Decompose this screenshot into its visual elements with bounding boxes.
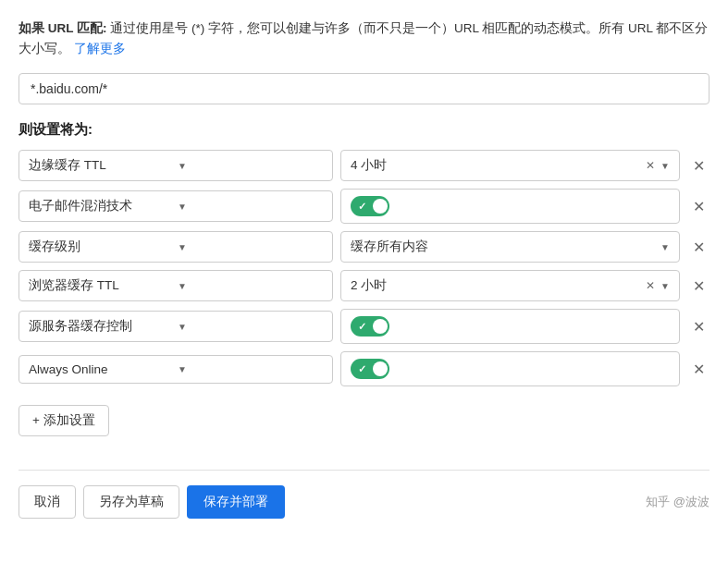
right-select-value-1: 4 小时 bbox=[351, 157, 646, 174]
dropdown-arrow-r4: ▼ bbox=[660, 281, 670, 291]
dropdown-arrow-3: ▼ bbox=[178, 242, 323, 252]
clear-btn-1[interactable]: ✕ bbox=[646, 159, 655, 172]
left-select-label-5: 源服务器缓存控制 bbox=[29, 318, 174, 335]
toggle-switch-5[interactable]: ✓ bbox=[351, 316, 389, 337]
dropdown-arrow-5: ▼ bbox=[178, 322, 323, 332]
delete-row-4[interactable]: ✕ bbox=[687, 277, 709, 295]
right-toggle-5[interactable]: ✓ bbox=[340, 309, 680, 344]
left-select-label-6: Always Online bbox=[29, 362, 174, 376]
right-select-4[interactable]: 2 小时 ✕ ▼ bbox=[340, 270, 680, 301]
toggle-switch-6[interactable]: ✓ bbox=[351, 359, 389, 379]
save-deploy-button[interactable]: 保存并部署 bbox=[187, 485, 285, 519]
delete-row-6[interactable]: ✕ bbox=[687, 361, 709, 378]
clear-btn-4[interactable]: ✕ bbox=[646, 279, 655, 292]
right-select-value-3: 缓存所有内容 bbox=[351, 239, 660, 255]
setting-row-4: 浏览器缓存 TTL ▼ 2 小时 ✕ ▼ ✕ bbox=[19, 270, 709, 301]
right-select-value-4: 2 小时 bbox=[351, 277, 646, 294]
setting-row-2: 电子邮件混消技术 ▼ ✓ ✕ bbox=[19, 189, 709, 224]
dropdown-arrow-2: ▼ bbox=[178, 202, 323, 212]
left-select-6[interactable]: Always Online ▼ bbox=[19, 355, 333, 384]
left-select-5[interactable]: 源服务器缓存控制 ▼ bbox=[19, 311, 333, 342]
delete-row-1[interactable]: ✕ bbox=[687, 157, 709, 175]
delete-row-5[interactable]: ✕ bbox=[687, 318, 709, 336]
description-bold: 如果 URL 匹配: bbox=[19, 21, 107, 35]
right-select-3[interactable]: 缓存所有内容 ▼ bbox=[340, 231, 680, 263]
draft-button[interactable]: 另存为草稿 bbox=[83, 485, 179, 519]
right-select-1[interactable]: 4 小时 ✕ ▼ bbox=[340, 150, 680, 181]
setting-row-3: 缓存级别 ▼ 缓存所有内容 ▼ ✕ bbox=[19, 231, 709, 263]
dropdown-arrow-1: ▼ bbox=[178, 161, 323, 171]
cancel-button[interactable]: 取消 bbox=[19, 485, 76, 519]
left-select-label-3: 缓存级别 bbox=[29, 239, 174, 255]
add-setting-button[interactable]: + 添加设置 bbox=[19, 405, 109, 436]
dropdown-arrow-r3: ▼ bbox=[660, 242, 670, 252]
toggle-switch-2[interactable]: ✓ bbox=[351, 196, 389, 216]
settings-grid: 边缘缓存 TTL ▼ 4 小时 ✕ ▼ ✕ 电子邮件混消技术 ▼ bbox=[19, 150, 709, 386]
right-toggle-6[interactable]: ✓ bbox=[340, 351, 680, 386]
dropdown-arrow-4: ▼ bbox=[178, 281, 323, 291]
watermark: 知乎 @波波 bbox=[646, 494, 709, 510]
setting-row-1: 边缘缓存 TTL ▼ 4 小时 ✕ ▼ ✕ bbox=[19, 150, 709, 181]
left-select-3[interactable]: 缓存级别 ▼ bbox=[19, 231, 333, 263]
left-select-1[interactable]: 边缘缓存 TTL ▼ bbox=[19, 150, 333, 181]
setting-row-6: Always Online ▼ ✓ ✕ bbox=[19, 351, 709, 386]
left-select-label-4: 浏览器缓存 TTL bbox=[29, 277, 174, 294]
description-block: 如果 URL 匹配: 通过使用星号 (*) 字符，您可以创建与许多（而不只是一个… bbox=[19, 18, 709, 58]
url-input[interactable] bbox=[31, 81, 697, 96]
delete-row-3[interactable]: ✕ bbox=[687, 239, 709, 256]
action-bar: 取消 另存为草稿 保存并部署 知乎 @波波 bbox=[19, 485, 709, 519]
left-select-2[interactable]: 电子邮件混消技术 ▼ bbox=[19, 190, 333, 222]
left-select-4[interactable]: 浏览器缓存 TTL ▼ bbox=[19, 270, 333, 301]
action-buttons-left: 取消 另存为草稿 保存并部署 bbox=[19, 485, 285, 519]
section-title: 则设置将为: bbox=[19, 121, 709, 139]
right-toggle-2[interactable]: ✓ bbox=[340, 189, 680, 224]
setting-row-5: 源服务器缓存控制 ▼ ✓ ✕ bbox=[19, 309, 709, 344]
left-select-label-2: 电子邮件混消技术 bbox=[29, 198, 174, 214]
dropdown-arrow-6: ▼ bbox=[178, 364, 323, 374]
url-input-wrapper bbox=[19, 73, 709, 104]
left-select-label-1: 边缘缓存 TTL bbox=[29, 157, 174, 174]
dropdown-arrow-r1: ▼ bbox=[660, 161, 670, 171]
learn-more-link[interactable]: 了解更多 bbox=[74, 42, 126, 55]
divider bbox=[19, 470, 709, 471]
delete-row-2[interactable]: ✕ bbox=[687, 198, 709, 215]
